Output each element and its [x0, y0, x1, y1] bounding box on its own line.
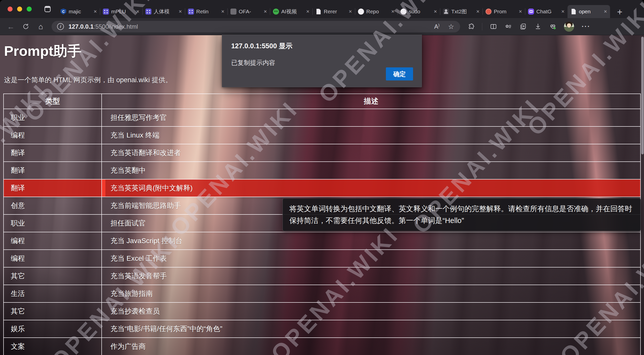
- tab-chatg[interactable]: ChatG ×: [525, 5, 568, 18]
- dialog-ok-button[interactable]: 确定: [386, 67, 413, 80]
- type-cell: 其它: [4, 302, 102, 320]
- type-cell: 生活: [4, 285, 102, 302]
- description-cell: 充当英英词典(附中文解释): [102, 179, 640, 197]
- tab-prompt[interactable]: Prom ×: [482, 5, 525, 18]
- tab-close-icon[interactable]: ×: [221, 9, 224, 14]
- tab-close-icon[interactable]: ×: [391, 9, 394, 14]
- red-ring-favicon: [486, 9, 492, 15]
- scrollbar-thumb[interactable]: [641, 37, 644, 154]
- dark-person-favicon: [443, 9, 449, 15]
- extensions-button[interactable]: [468, 23, 475, 30]
- tab-renti[interactable]: 人体模 ×: [142, 5, 185, 18]
- table-row[interactable]: 文案 作为广告商: [4, 338, 640, 355]
- address-bar[interactable]: i 127.0.0.1:5500/index.html A) ☆: [52, 21, 460, 32]
- type-cell: 编程: [4, 126, 102, 144]
- prompt-tooltip: 将英文单词转换为包括中文翻译、英文释义和一个例句的完整解释。请检查所有信息是否准…: [283, 198, 641, 231]
- type-cell: 创意: [4, 197, 102, 214]
- tab-sudo[interactable]: sudo ×: [397, 5, 440, 18]
- tab-strip: C majic × mPLU × 人体模 × Retin × OFA-: [57, 0, 625, 18]
- tab-retin[interactable]: Retin ×: [185, 5, 227, 18]
- add-favorite-button[interactable]: ☆: [448, 23, 454, 31]
- tab-ai-video[interactable]: AI视频 ×: [270, 5, 312, 18]
- tab-close-icon[interactable]: ×: [604, 9, 607, 14]
- table-row[interactable]: 翻译 充当英语翻译和改进者: [4, 144, 640, 162]
- tab-close-icon[interactable]: ×: [349, 9, 352, 14]
- heart-pulse-icon: [549, 23, 556, 30]
- downloads-button[interactable]: [534, 23, 542, 30]
- green-circle-favicon: [273, 9, 279, 15]
- tab-close-icon[interactable]: ×: [561, 9, 565, 14]
- tab-close-icon[interactable]: ×: [519, 9, 522, 14]
- read-aloud-button[interactable]: A): [434, 23, 439, 30]
- page-subtitle: 这是一个简单的 HTML 网页示例，由 openai.wiki 提供。: [4, 75, 172, 84]
- tab-close-icon[interactable]: ×: [136, 9, 139, 14]
- settings-menu-button[interactable]: ···: [582, 23, 590, 30]
- purple-app-favicon: [103, 9, 109, 15]
- document-favicon: [315, 9, 321, 15]
- column-header-type: 类型: [4, 94, 102, 109]
- tab-label: majic: [69, 9, 91, 15]
- table-row-highlighted[interactable]: 翻译 充当英英词典(附中文解释): [4, 179, 640, 197]
- tab-repo[interactable]: Repo ×: [355, 5, 397, 18]
- table-row[interactable]: 其它 充当英语发音帮手: [4, 267, 640, 285]
- site-info-icon[interactable]: i: [57, 23, 64, 30]
- browser-essentials-button[interactable]: [549, 23, 556, 30]
- table-row[interactable]: 其它 充当抄袭检查员: [4, 302, 640, 320]
- alert-dialog: 127.0.0.1:5500 显示 已复制提示内容 确定: [222, 35, 422, 87]
- type-cell: 职业: [4, 214, 102, 232]
- close-window-button[interactable]: [8, 7, 13, 12]
- tab-label: Repo: [366, 9, 389, 15]
- fullscreen-window-button[interactable]: [27, 7, 32, 12]
- split-screen-button[interactable]: [490, 23, 497, 30]
- description-cell: 担任雅思写作考官: [102, 109, 640, 126]
- profile-avatar[interactable]: [564, 22, 574, 32]
- new-tab-button[interactable]: +: [615, 8, 625, 18]
- window-controls: [8, 7, 32, 12]
- github-favicon: [358, 9, 364, 15]
- minimize-window-button[interactable]: [17, 7, 22, 12]
- tab-label: OFA-: [239, 9, 261, 15]
- tab-overview-button[interactable]: [43, 5, 52, 13]
- table-row[interactable]: 生活 充当旅游指南: [4, 285, 640, 302]
- home-button[interactable]: ⌂: [38, 22, 43, 31]
- tab-close-icon[interactable]: ×: [264, 9, 267, 14]
- tab-close-icon[interactable]: ×: [306, 9, 309, 14]
- type-cell: 编程: [4, 232, 102, 250]
- collections-button[interactable]: [519, 23, 527, 30]
- tab-label: Rerer: [324, 9, 346, 15]
- tab-mplu[interactable]: mPLU ×: [100, 5, 142, 18]
- tab-rerender[interactable]: Rerer ×: [312, 5, 355, 18]
- tab-ofa[interactable]: OFA- ×: [227, 5, 270, 18]
- tab-open-active[interactable]: open ×: [568, 5, 610, 18]
- tab-close-icon[interactable]: ×: [476, 9, 479, 14]
- tab-majic[interactable]: C majic ×: [57, 5, 100, 18]
- table-row[interactable]: 翻译 充当英翻中: [4, 162, 640, 179]
- table-row[interactable]: 编程 充当 Linux 终端: [4, 126, 640, 144]
- type-cell: 文案: [4, 338, 102, 355]
- description-cell: 充当英语发音帮手: [102, 267, 640, 285]
- url-text: 127.0.0.1:5500/index.html: [68, 23, 138, 30]
- document-favicon: [571, 9, 577, 15]
- table-row[interactable]: 编程 充当 Excel 工作表: [4, 250, 640, 267]
- table-row[interactable]: 编程 充当 JavaScript 控制台: [4, 232, 640, 250]
- tab-txt2[interactable]: Txt2图 ×: [440, 5, 482, 18]
- url-host: 127.0.0.1: [68, 23, 94, 30]
- tab-close-icon[interactable]: ×: [179, 9, 182, 14]
- tab-close-icon[interactable]: ×: [94, 9, 97, 14]
- refresh-button[interactable]: [22, 23, 29, 30]
- description-cell: 充当抄袭检查员: [102, 302, 640, 320]
- table-header-row: 类型 描述: [4, 94, 640, 109]
- read-aloud-icon: A: [434, 23, 438, 30]
- type-cell: 编程: [4, 250, 102, 267]
- description-cell: 充当旅游指南: [102, 285, 640, 302]
- description-cell: 作为广告商: [102, 338, 640, 355]
- tab-label: Retin: [196, 9, 219, 15]
- tab-close-icon[interactable]: ×: [434, 9, 437, 14]
- github-favicon: [400, 9, 407, 15]
- status-dot: [554, 27, 556, 29]
- favorites-button[interactable]: [505, 23, 512, 30]
- back-button[interactable]: ←: [7, 22, 15, 31]
- table-row[interactable]: 职业 担任雅思写作考官: [4, 109, 640, 126]
- table-row[interactable]: 娱乐 充当“电影/书籍/任何东西”中的“角色”: [4, 320, 640, 338]
- description-cell: 充当 Excel 工作表: [102, 250, 640, 267]
